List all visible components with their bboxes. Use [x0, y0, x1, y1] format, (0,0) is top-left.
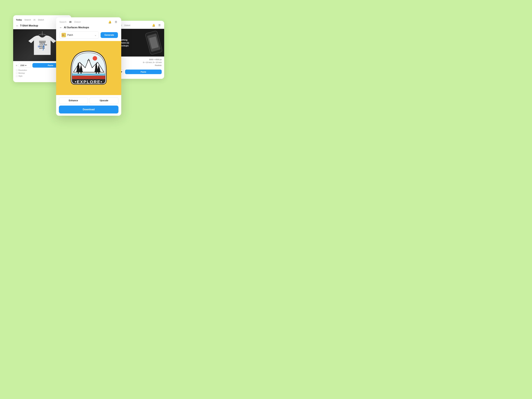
modal-title: AI Surfaces Mockups — [64, 26, 89, 29]
modal-nav-distort[interactable]: Distort — [74, 21, 81, 23]
modal-nav: Search AI Distort 🔔 ☰ — [56, 17, 121, 26]
modal-nav-icons: 🔔 ☰ — [108, 20, 118, 24]
svg-rect-35 — [81, 72, 82, 74]
right-card: AI Distort 🔔 ☰ NothingPhone (1)Mockups 6… — [117, 21, 164, 79]
modal-back-arrow-icon[interactable]: ← — [59, 26, 62, 29]
patch-label: Patch — [67, 34, 93, 36]
nav-ai[interactable]: AI — [33, 19, 35, 21]
modal-bell-icon[interactable]: 🔔 — [108, 20, 112, 24]
stat-resolution: 6000 × 4500 px — [120, 58, 162, 61]
nav-today[interactable]: Today — [16, 19, 22, 21]
back-arrow-icon[interactable]: ← — [16, 24, 19, 27]
dropdown-arrow-icon[interactable]: ▾ — [25, 64, 26, 66]
patch-selector[interactable]: P a Patch ⌄ — [59, 31, 99, 39]
right-card-nav: AI Distort 🔔 ☰ — [117, 21, 164, 29]
action-row: Enhance Upscale — [59, 97, 119, 104]
explore-patch-svg: •EXPLORE• — [68, 47, 109, 89]
patch-icon: P a — [62, 33, 66, 37]
right-paste-button[interactable]: Paste — [125, 70, 162, 74]
resolution-label: Resolution — [19, 69, 27, 71]
modal-nav-ai[interactable]: AI — [69, 21, 71, 23]
style-label: Style — [19, 75, 22, 77]
modal-image-area: •EXPLORE• — [56, 41, 121, 95]
stat-style: Realistic — [120, 64, 162, 67]
right-dropdown-arrow: ▾ — [121, 70, 122, 73]
right-card-stats: 6000 × 4500 px 8 × 10 inch, 8 × 10 inch … — [117, 57, 164, 69]
svg-text:a: a — [63, 34, 64, 36]
svg-rect-32 — [78, 72, 79, 74]
phone-device — [145, 30, 163, 55]
chevron-down-icon: ⌄ — [95, 33, 97, 37]
svg-rect-42 — [98, 72, 99, 74]
svg-point-28 — [93, 56, 97, 61]
right-bell-icon[interactable]: 🔔 — [152, 23, 156, 27]
phone-image: NothingPhone (1)Mockups — [117, 29, 164, 57]
generate-button[interactable]: Generate — [101, 32, 118, 38]
download-button[interactable]: Download — [59, 106, 119, 114]
right-card-controls: ▾ Paste — [117, 69, 164, 76]
modal-actions: Enhance Upscale Download — [56, 95, 121, 116]
nav-search[interactable]: Search — [24, 19, 31, 21]
width-value: 1500 — [20, 64, 24, 66]
svg-text:YOUR OWN: YOUR OWN — [39, 44, 47, 46]
width-label: w — [16, 64, 17, 66]
modal-menu-icon[interactable]: ☰ — [114, 20, 118, 24]
tshirt-svg: CREATE YOUR OWN UNIQUE DESIGN. — [23, 30, 62, 60]
right-nav-icons: 🔔 ☰ — [152, 23, 161, 27]
enhance-button[interactable]: Enhance — [59, 97, 88, 104]
upscale-button[interactable]: Upscale — [89, 97, 119, 104]
modal-title-row: ← AI Surfaces Mockups — [56, 26, 121, 31]
svg-text:u: u — [38, 44, 40, 48]
svg-text:•EXPLORE•: •EXPLORE• — [75, 80, 102, 84]
patch-svg-container: •EXPLORE• — [68, 47, 109, 89]
svg-rect-39 — [96, 72, 97, 74]
width-input[interactable]: 1500 ▾ — [19, 63, 31, 68]
stat-size: 8 × 10 inch, 8 × 10 inch — [120, 61, 162, 64]
nav-distort[interactable]: Distort — [38, 19, 44, 21]
mockup-label: Mockup — [19, 72, 25, 74]
mockup-icon: ⬚ — [16, 72, 18, 74]
modal-nav-search[interactable]: Search — [59, 21, 66, 23]
resolution-icon: ⬚ — [16, 69, 18, 71]
card-title: T-Shirt Mockup — [20, 24, 38, 27]
right-nav-distort[interactable]: Distort — [124, 24, 130, 26]
right-menu-icon[interactable]: ☰ — [158, 23, 161, 27]
style-icon: ⬚ — [16, 75, 18, 77]
modal-selector-row: P a Patch ⌄ Generate — [56, 31, 121, 41]
main-modal: Search AI Distort 🔔 ☰ ← AI Surfaces Mock… — [56, 17, 121, 116]
